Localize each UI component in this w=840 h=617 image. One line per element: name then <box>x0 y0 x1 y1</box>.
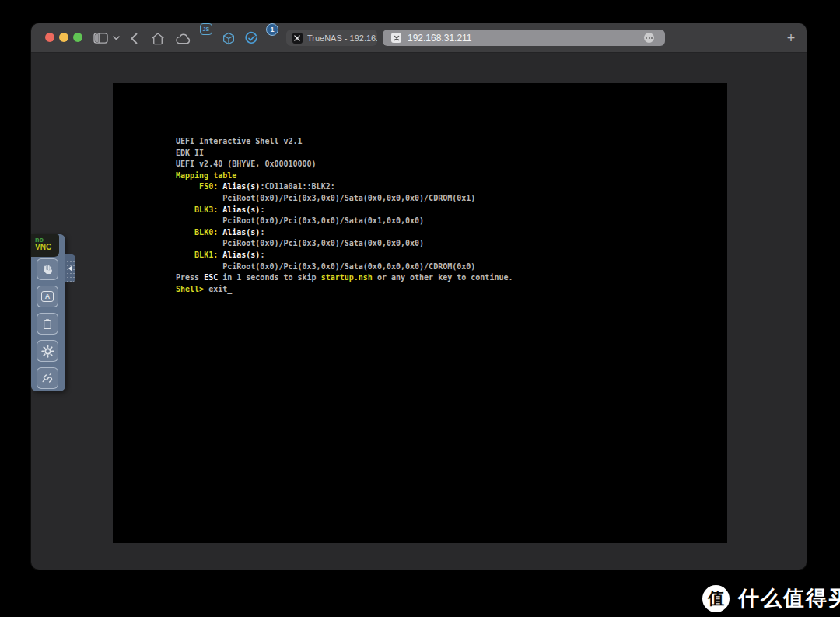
drag-button[interactable] <box>37 258 58 280</box>
home-icon[interactable] <box>150 23 166 53</box>
clipboard-button[interactable] <box>37 313 58 335</box>
browser-window: JS 1 TrueNAS - 192.16... <box>31 23 807 570</box>
package-extension-icon[interactable] <box>221 23 236 53</box>
close-window-button[interactable] <box>45 33 54 42</box>
page-favicon <box>391 33 401 43</box>
gear-icon <box>41 345 54 358</box>
disconnect-button[interactable] <box>37 367 58 389</box>
sidebar-toggle-icon[interactable] <box>92 23 109 53</box>
smzdm-logo-icon: 值 <box>702 585 730 612</box>
back-icon[interactable] <box>128 23 140 53</box>
address-url: 192.168.31.211 <box>408 33 472 44</box>
tab-address-bar[interactable]: 192.168.31.211 <box>383 30 665 46</box>
novnc-control-bar: no VNC A <box>31 234 65 391</box>
collapse-arrow-icon <box>68 265 72 272</box>
browser-toolbar: JS 1 TrueNAS - 192.16... <box>31 23 807 53</box>
disconnect-icon <box>41 372 54 385</box>
check-extension-icon[interactable] <box>243 23 259 53</box>
tab-truenas-title: TrueNAS - 192.16... <box>307 33 377 43</box>
uefi-shell-output: UEFI Interactive Shell v2.1EDK IIUEFI v2… <box>176 136 513 295</box>
onepassword-extension-icon[interactable]: 1 <box>266 23 278 36</box>
keyboard-button[interactable]: A <box>37 286 58 307</box>
tab-options-icon[interactable] <box>644 33 654 43</box>
smzdm-watermark: 值 什么值得买 <box>702 584 840 613</box>
new-tab-button[interactable]: + <box>782 23 800 53</box>
keyboard-icon: A <box>41 291 54 302</box>
tab-truenas[interactable]: TrueNAS - 192.16... <box>286 30 377 46</box>
clipboard-icon <box>41 317 54 331</box>
truenas-favicon <box>292 33 303 44</box>
novnc-panel-handle[interactable] <box>65 254 75 282</box>
vnc-screen-canvas[interactable]: UEFI Interactive Shell v2.1EDK IIUEFI v2… <box>113 83 727 543</box>
zoom-window-button[interactable] <box>73 33 82 42</box>
smzdm-watermark-text: 什么值得买 <box>738 584 840 612</box>
novnc-logo: no VNC <box>31 234 59 257</box>
drag-hand-icon <box>41 263 54 276</box>
settings-button[interactable] <box>37 340 58 362</box>
js-extension-icon[interactable]: JS <box>200 23 212 35</box>
minimize-window-button[interactable] <box>59 33 68 42</box>
tabs-chevron-down-icon[interactable] <box>110 23 121 53</box>
cloud-icon[interactable] <box>174 23 191 53</box>
